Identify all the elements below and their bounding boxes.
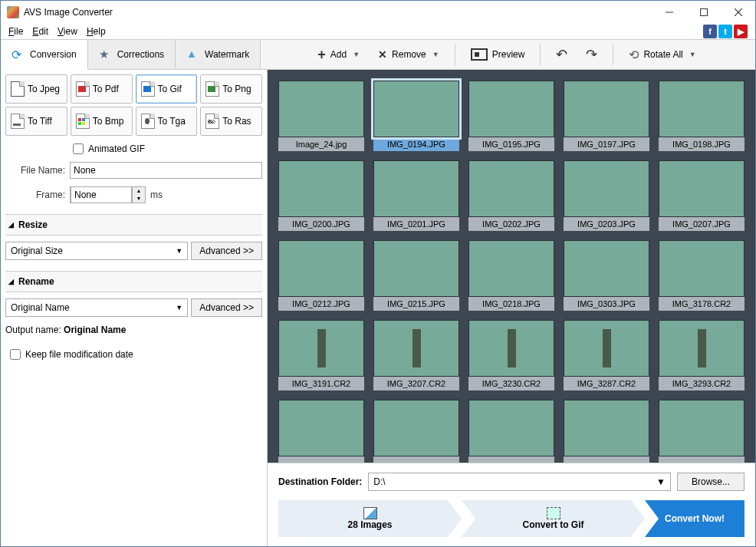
thumbnail-caption: IMG_3230.CR2 (468, 377, 554, 390)
thumbnail-image (659, 400, 744, 456)
thumbnail[interactable]: IMG_0215.JPG (373, 240, 459, 311)
rename-advanced-button[interactable]: Advanced >> (191, 298, 262, 317)
add-button[interactable]: Add▼ (310, 44, 367, 66)
thumbnail[interactable]: IMG_0207.JPG (659, 160, 744, 231)
thumbnail[interactable]: IMG_0194.JPG (373, 81, 459, 151)
thumbnail-caption: IMG_0200.JPG (278, 217, 364, 231)
tab-corrections[interactable]: Corrections (88, 40, 176, 69)
thumbnail-caption: IMG_0303.JPG (564, 297, 649, 311)
frame-spinner[interactable]: ▲▼ (70, 186, 146, 203)
format-gif-button[interactable]: To Gif (136, 74, 198, 104)
thumbnail[interactable]: IMG_0303.JPG (564, 240, 649, 311)
menu-help[interactable]: Help (82, 25, 110, 38)
thumbnail-image (373, 320, 459, 377)
facebook-icon[interactable]: f (703, 25, 717, 38)
thumbnail[interactable]: IMG_0218.JPG (468, 240, 554, 311)
gif-icon (141, 81, 155, 97)
thumbnail-caption: Image_24.jpg (278, 137, 364, 151)
thumbnail-image (659, 81, 744, 137)
menu-view[interactable]: View (53, 25, 82, 38)
filename-input[interactable] (70, 162, 262, 179)
keep-date-label: Keep file modification date (25, 349, 133, 360)
tga-icon (141, 114, 155, 129)
thumbnail-image (659, 320, 744, 377)
thumbnail[interactable]: IMG_0198.JPG (659, 81, 744, 151)
preview-button[interactable]: Preview (463, 45, 533, 64)
format-bmp-button[interactable]: To Bmp (71, 107, 133, 136)
menu-file[interactable]: File (4, 25, 28, 38)
minimize-button[interactable] (652, 1, 686, 24)
thumbnail[interactable] (278, 400, 364, 463)
youtube-icon[interactable]: ▶ (734, 25, 748, 38)
conversion-icon (12, 48, 25, 61)
animated-gif-checkbox[interactable] (73, 143, 84, 154)
spin-down-icon[interactable]: ▼ (133, 195, 145, 203)
thumbnail[interactable]: IMG_3293.CR2 (659, 320, 744, 390)
pdf-icon (76, 81, 90, 97)
rename-combo[interactable]: Original Name▼ (5, 298, 188, 317)
thumbnail-caption: IMG_3191.CR2 (278, 377, 364, 390)
thumbnail-caption: IMG_0201.JPG (373, 217, 459, 231)
rename-header[interactable]: ◢Rename (5, 271, 262, 292)
tab-watermark[interactable]: Watermark (176, 40, 261, 69)
maximize-button[interactable] (686, 1, 721, 24)
chevron-down-icon: ▼ (353, 51, 360, 58)
rotate-all-button[interactable]: Rotate All▼ (621, 44, 703, 65)
thumbnail[interactable]: Image_24.jpg (278, 81, 364, 151)
spin-up-icon[interactable]: ▲ (133, 187, 145, 195)
tiff-icon (11, 114, 25, 129)
thumbnail-image (468, 160, 554, 217)
twitter-icon[interactable]: t (718, 25, 732, 38)
close-button[interactable] (721, 1, 755, 24)
thumbnail[interactable]: IMG_0203.JPG (564, 160, 649, 231)
keep-date-checkbox[interactable] (10, 349, 21, 360)
rotate-right-button[interactable] (578, 43, 605, 66)
frame-input[interactable] (71, 186, 132, 203)
thumbnail-scroll[interactable]: Image_24.jpgIMG_0194.JPGIMG_0195.JPGIMG_… (268, 70, 755, 463)
bmp-icon (76, 114, 90, 129)
rotate-left-button[interactable] (548, 43, 575, 66)
rotate-right-icon (586, 46, 597, 63)
format-ras-button[interactable]: To Ras (200, 107, 262, 136)
thumbnail[interactable]: IMG_3287.CR2 (564, 320, 649, 390)
ras-icon (205, 114, 219, 129)
thumbnail[interactable] (564, 400, 649, 463)
thumbnail[interactable]: IMG_3230.CR2 (468, 320, 554, 390)
format-pdf-button[interactable]: To Pdf (71, 74, 133, 104)
thumbnail-image (564, 240, 649, 297)
format-jpeg-button[interactable]: To Jpeg (5, 74, 67, 104)
thumbnail[interactable]: IMG_0202.JPG (468, 160, 554, 231)
thumbnail[interactable] (468, 400, 554, 463)
thumbnail[interactable]: IMG_0197.JPG (564, 81, 649, 151)
resize-advanced-button[interactable]: Advanced >> (191, 242, 262, 260)
thumbnail-caption: IMG_0197.JPG (564, 137, 649, 151)
thumbnail[interactable] (659, 400, 744, 463)
thumbnail[interactable]: IMG_0195.JPG (468, 81, 554, 151)
tab-conversion[interactable]: Conversion (1, 40, 88, 70)
png-icon (205, 81, 219, 97)
menu-edit[interactable]: Edit (28, 25, 53, 38)
step-convert-to: Convert to Gif (462, 500, 645, 537)
thumbnail[interactable]: IMG_3178.CR2 (659, 240, 744, 311)
thumbnail[interactable]: IMG_3191.CR2 (278, 320, 364, 390)
thumbnail-caption: IMG_0202.JPG (468, 217, 554, 231)
format-tiff-button[interactable]: To Tiff (5, 107, 67, 136)
convert-now-button[interactable]: Convert Now! (645, 500, 744, 537)
browse-button[interactable]: Browse... (677, 473, 744, 491)
remove-button[interactable]: Remove▼ (370, 45, 447, 64)
thumbnail[interactable]: IMG_3207.CR2 (373, 320, 459, 390)
thumbnail[interactable]: IMG_0201.JPG (373, 160, 459, 231)
thumbnail[interactable] (373, 400, 459, 463)
app-icon (7, 6, 19, 18)
format-png-button[interactable]: To Png (200, 74, 262, 104)
format-tga-button[interactable]: To Tga (136, 107, 198, 136)
thumbnail-caption: IMG_0215.JPG (373, 297, 459, 311)
thumbnail[interactable]: IMG_0212.JPG (278, 240, 364, 311)
resize-header[interactable]: ◢Resize (5, 214, 262, 236)
images-icon (363, 507, 377, 519)
thumbnail[interactable]: IMG_0200.JPG (278, 160, 364, 231)
chevron-down-icon: ▼ (432, 51, 439, 58)
thumbnail-caption: IMG_3287.CR2 (564, 377, 649, 390)
dest-combo[interactable]: D:\▼ (368, 473, 671, 491)
resize-combo[interactable]: Original Size▼ (5, 242, 188, 260)
